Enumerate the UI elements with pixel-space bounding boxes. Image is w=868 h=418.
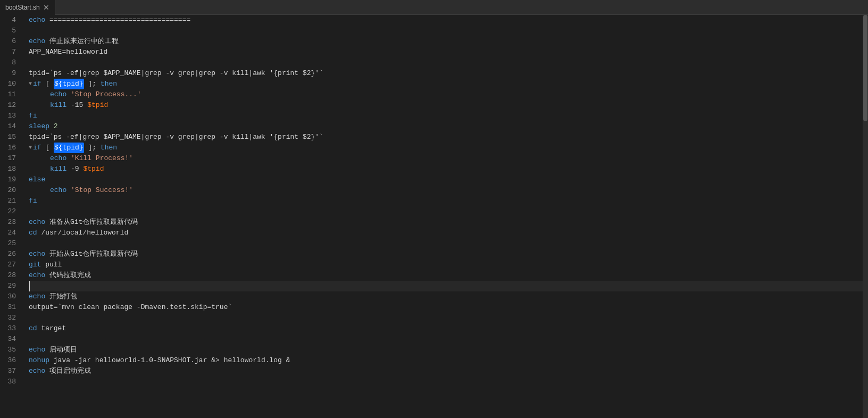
code-line-37: echo 项目启动完成 [29,366,863,377]
code-line-21: fi [29,196,863,206]
ln-29: 29 [0,281,20,291]
ln-24: 24 [0,228,20,238]
ln-14: 14 [0,121,20,132]
code-line-26: echo 开始从Git仓库拉取最新代码 [29,249,863,260]
collapse-arrow-10[interactable]: ▼ [29,79,32,89]
line-numbers: 4 5 6 7 8 9 10 11 12 13 14 15 16 17 18 1… [0,15,27,418]
code-line-29[interactable] [29,281,863,291]
code-line-28: echo 代码拉取完成 [29,270,863,281]
tab-bar: bootStart.sh ✕ [0,0,868,15]
ln-7: 7 [0,47,20,57]
ln-31: 31 [0,302,20,313]
ln-20: 20 [0,185,20,196]
ln-30: 30 [0,291,20,302]
code-area: 4 5 6 7 8 9 10 11 12 13 14 15 16 17 18 1… [0,15,868,418]
editor-window: bootStart.sh ✕ 4 5 6 7 8 9 10 11 12 13 1… [0,0,868,418]
code-line-34 [29,334,863,345]
tab-close-icon[interactable]: ✕ [43,4,49,11]
ln-28: 28 [0,270,20,281]
code-line-17: echo 'Kill Process!' [29,153,863,164]
ln-32: 32 [0,313,20,323]
tab-filename: bootStart.sh [5,4,40,11]
ln-4: 4 [0,15,20,26]
code-line-36: nohup java -jar helloworld-1.0-SNAPSHOT.… [29,355,863,366]
ln-33: 33 [0,323,20,334]
code-line-5 [29,26,863,36]
ln-34: 34 [0,334,20,345]
ln-5: 5 [0,26,20,36]
echo-kw-4: echo [29,15,45,26]
code-line-35: echo 启动项目 [29,345,863,355]
ln-12: 12 [0,100,20,111]
code-line-8 [29,57,863,68]
ln-25: 25 [0,238,20,249]
ln-21: 21 [0,196,20,206]
code-line-12: kill -15 $tpid [29,100,863,111]
ln-26: 26 [0,249,20,260]
code-line-4: echo ================================== [29,15,863,26]
ln-36: 36 [0,355,20,366]
code-line-6: echo 停止原来运行中的工程 [29,36,863,47]
ln-9: 9 [0,68,20,79]
code-line-32 [29,313,863,323]
ln-16: 16 [0,143,20,153]
collapse-arrow-16[interactable]: ▼ [29,143,32,153]
code-line-11: echo 'Stop Process...' [29,89,863,100]
ln-19: 19 [0,174,20,185]
ln-8: 8 [0,57,20,68]
code-line-24: cd /usr/local/helloworld [29,228,863,238]
ln-10: 10 [0,79,20,89]
code-line-25 [29,238,863,249]
code-line-30: echo 开始打包 [29,291,863,302]
code-line-20: echo 'Stop Success!' [29,185,863,196]
code-line-27: git pull [29,260,863,270]
ln-37: 37 [0,366,20,377]
code-line-23: echo 准备从Git仓库拉取最新代码 [29,217,863,228]
code-line-38 [29,377,863,387]
code-line-15: tpid=`ps -ef|grep $APP_NAME|grep -v grep… [29,132,863,143]
tab-bootstart[interactable]: bootStart.sh ✕ [0,0,55,15]
ln-15: 15 [0,132,20,143]
ln-27: 27 [0,260,20,270]
ln-22: 22 [0,206,20,217]
ln-11: 11 [0,89,20,100]
code-line-9: tpid=`ps -ef|grep $APP_NAME|grep -v grep… [29,68,863,79]
code-line-31: output=`mvn clean package -Dmaven.test.s… [29,302,863,313]
code-line-10: ▼if [ ${tpid} ]; then [29,79,863,89]
ln-35: 35 [0,345,20,355]
code-line-16: ▼if [ ${tpid} ]; then [29,143,863,153]
ln-18: 18 [0,164,20,174]
code-line-22 [29,206,863,217]
ln-38: 38 [0,377,20,387]
ln-23: 23 [0,217,20,228]
code-line-33: cd target [29,323,863,334]
ln-13: 13 [0,111,20,121]
code-line-13: fi [29,111,863,121]
code-line-19: else [29,174,863,185]
code-line-18: kill -9 $tpid [29,164,863,174]
ln-6: 6 [0,36,20,47]
code-line-14: sleep 2 [29,121,863,132]
echo-kw-6: echo [29,36,45,47]
code-content[interactable]: echo ================================== … [27,15,863,418]
vertical-scrollbar[interactable] [863,15,868,418]
code-line-7: APP_NAME=helloworld [29,47,863,57]
ln-17: 17 [0,153,20,164]
